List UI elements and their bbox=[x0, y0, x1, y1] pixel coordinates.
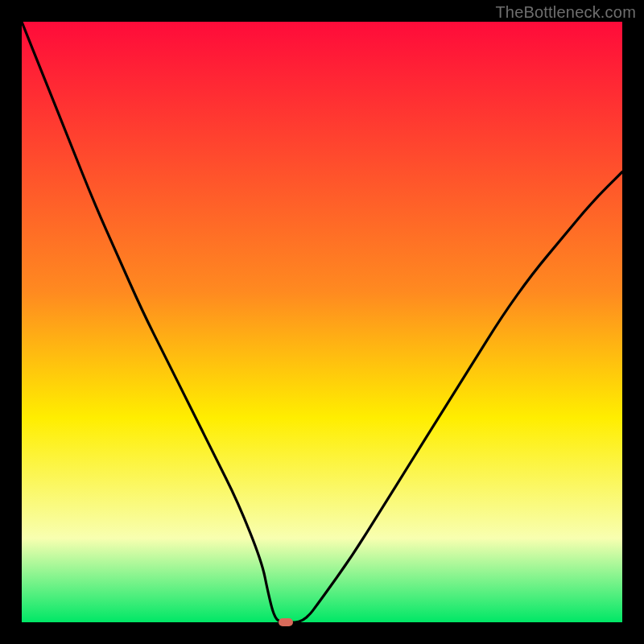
watermark-text: TheBottleneck.com bbox=[495, 3, 636, 22]
chart-frame: TheBottleneck.com bbox=[0, 0, 644, 644]
bottleneck-curve bbox=[22, 22, 622, 622]
optimal-point-marker bbox=[279, 618, 293, 626]
plot-area bbox=[22, 22, 622, 622]
